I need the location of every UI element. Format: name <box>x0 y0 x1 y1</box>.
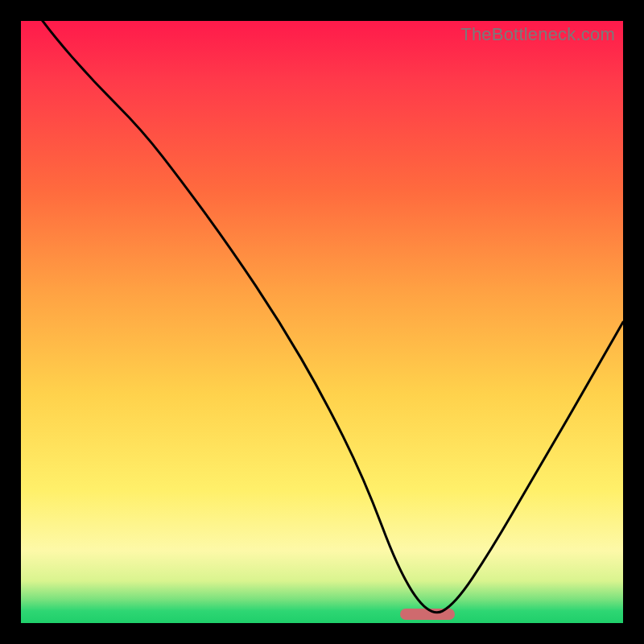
bottleneck-curve <box>21 21 623 623</box>
plot-area: TheBottleneck.com <box>21 21 623 623</box>
chart-frame: TheBottleneck.com <box>0 0 644 644</box>
curve-path <box>21 21 623 613</box>
